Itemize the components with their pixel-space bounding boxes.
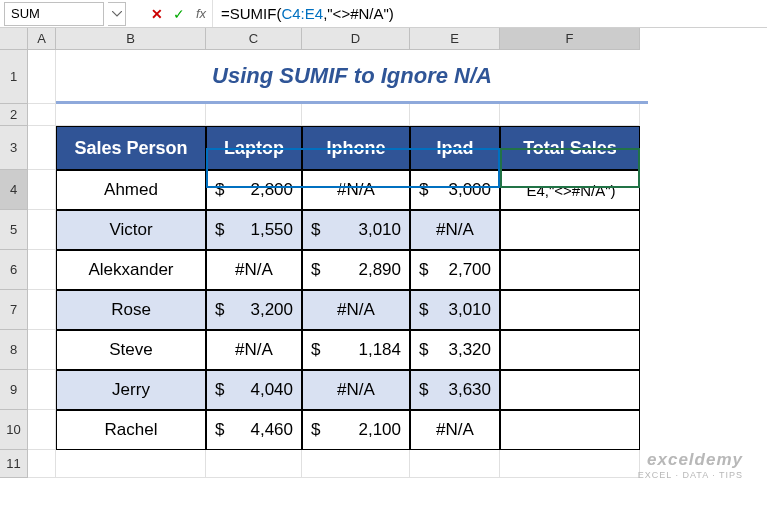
cell-F9[interactable] <box>500 370 640 410</box>
row-9: 9 Jerry $4,040 #N/A $3,630 <box>0 370 767 410</box>
header-laptop[interactable]: Laptop <box>206 126 302 170</box>
row-header-1[interactable]: 1 <box>0 50 28 104</box>
editing-formula: E4,"<>#N/A") <box>524 182 615 199</box>
cell-E11[interactable] <box>410 450 500 478</box>
cell-E4[interactable]: $3,000 <box>410 170 500 210</box>
name-box-dropdown[interactable] <box>108 2 126 26</box>
watermark-tagline: EXCEL · DATA · TIPS <box>638 470 743 480</box>
cell-A6[interactable] <box>28 250 56 290</box>
row-header-6[interactable]: 6 <box>0 250 28 290</box>
cell-F11[interactable] <box>500 450 640 478</box>
cell-C10[interactable]: $4,460 <box>206 410 302 450</box>
currency-symbol: $ <box>419 380 428 400</box>
currency-symbol: $ <box>215 300 224 320</box>
cell-B8[interactable]: Steve <box>56 330 206 370</box>
cell-B2[interactable] <box>56 104 206 126</box>
row-header-3[interactable]: 3 <box>0 126 28 170</box>
cell-A11[interactable] <box>28 450 56 478</box>
watermark: exceldemy EXCEL · DATA · TIPS <box>638 450 743 480</box>
cell-E7[interactable]: $3,010 <box>410 290 500 330</box>
cell-C7[interactable]: $3,200 <box>206 290 302 330</box>
cell-C5[interactable]: $1,550 <box>206 210 302 250</box>
cell-A5[interactable] <box>28 210 56 250</box>
insert-function-button[interactable]: fx <box>190 3 212 25</box>
cell-B11[interactable] <box>56 450 206 478</box>
cell-E5[interactable]: #N/A <box>410 210 500 250</box>
cell-F5[interactable] <box>500 210 640 250</box>
header-ipad[interactable]: Ipad <box>410 126 500 170</box>
cell-F4[interactable]: E4,"<>#N/A") <box>500 170 640 210</box>
cell-D2[interactable] <box>302 104 410 126</box>
cell-C6[interactable]: #N/A <box>206 250 302 290</box>
cell-A2[interactable] <box>28 104 56 126</box>
col-header-D[interactable]: D <box>302 28 410 50</box>
header-iphone[interactable]: Iphone <box>302 126 410 170</box>
cell-E2[interactable] <box>410 104 500 126</box>
cell-E6[interactable]: $2,700 <box>410 250 500 290</box>
row-header-5[interactable]: 5 <box>0 210 28 250</box>
cell-D6[interactable]: $2,890 <box>302 250 410 290</box>
cell-D5[interactable]: $3,010 <box>302 210 410 250</box>
row-header-8[interactable]: 8 <box>0 330 28 370</box>
enter-button[interactable]: ✓ <box>168 3 190 25</box>
col-header-F[interactable]: F <box>500 28 640 50</box>
chevron-down-icon <box>112 11 122 17</box>
cell-B6[interactable]: Alekxander <box>56 250 206 290</box>
cell-B7[interactable]: Rose <box>56 290 206 330</box>
cell-E9[interactable]: $3,630 <box>410 370 500 410</box>
title-cell[interactable]: Using SUMIF to Ignore N/A <box>56 50 648 104</box>
row-header-10[interactable]: 10 <box>0 410 28 450</box>
cell-D9[interactable]: #N/A <box>302 370 410 410</box>
cell-F2[interactable] <box>500 104 640 126</box>
cell-E8[interactable]: $3,320 <box>410 330 500 370</box>
cell-F10[interactable] <box>500 410 640 450</box>
page-title: Using SUMIF to Ignore N/A <box>212 63 492 89</box>
col-header-A[interactable]: A <box>28 28 56 50</box>
col-header-C[interactable]: C <box>206 28 302 50</box>
cell-C8[interactable]: #N/A <box>206 330 302 370</box>
cell-B10[interactable]: Rachel <box>56 410 206 450</box>
select-all-corner[interactable] <box>0 28 28 50</box>
row-header-7[interactable]: 7 <box>0 290 28 330</box>
cell-F7[interactable] <box>500 290 640 330</box>
cell-A3[interactable] <box>28 126 56 170</box>
cell-A9[interactable] <box>28 370 56 410</box>
cell-value: 3,200 <box>250 300 293 320</box>
name-box-value: SUM <box>11 6 40 21</box>
header-total-sales[interactable]: Total Sales <box>500 126 640 170</box>
cell-A1[interactable] <box>28 50 56 104</box>
cell-A4[interactable] <box>28 170 56 210</box>
cell-D11[interactable] <box>302 450 410 478</box>
row-header-11[interactable]: 11 <box>0 450 28 478</box>
cell-D4[interactable]: #N/A <box>302 170 410 210</box>
formula-text: =SUMIF(C4:E4,"<>#N/A") <box>221 5 394 22</box>
cell-D7[interactable]: #N/A <box>302 290 410 330</box>
cell-C9[interactable]: $4,040 <box>206 370 302 410</box>
cell-C11[interactable] <box>206 450 302 478</box>
row-1: 1 Using SUMIF to Ignore N/A <box>0 50 767 104</box>
formula-input[interactable]: =SUMIF(C4:E4,"<>#N/A") <box>212 0 767 27</box>
cell-C2[interactable] <box>206 104 302 126</box>
col-header-B[interactable]: B <box>56 28 206 50</box>
row-header-9[interactable]: 9 <box>0 370 28 410</box>
cell-A10[interactable] <box>28 410 56 450</box>
cell-D10[interactable]: $2,100 <box>302 410 410 450</box>
cell-B5[interactable]: Victor <box>56 210 206 250</box>
cell-C4[interactable]: $2,800 <box>206 170 302 210</box>
cell-B4[interactable]: Ahmed <box>56 170 206 210</box>
spreadsheet-grid[interactable]: A B C D E F 1 Using SUMIF to Ignore N/A … <box>0 28 767 478</box>
name-box[interactable]: SUM <box>4 2 104 26</box>
cell-F8[interactable] <box>500 330 640 370</box>
currency-symbol: $ <box>311 220 320 240</box>
cell-A8[interactable] <box>28 330 56 370</box>
cell-E10[interactable]: #N/A <box>410 410 500 450</box>
cell-B9[interactable]: Jerry <box>56 370 206 410</box>
cell-F6[interactable] <box>500 250 640 290</box>
cancel-button[interactable]: ✕ <box>146 3 168 25</box>
cell-A7[interactable] <box>28 290 56 330</box>
header-sales-person[interactable]: Sales Person <box>56 126 206 170</box>
row-header-2[interactable]: 2 <box>0 104 28 126</box>
row-header-4[interactable]: 4 <box>0 170 28 210</box>
col-header-E[interactable]: E <box>410 28 500 50</box>
cell-D8[interactable]: $1,184 <box>302 330 410 370</box>
